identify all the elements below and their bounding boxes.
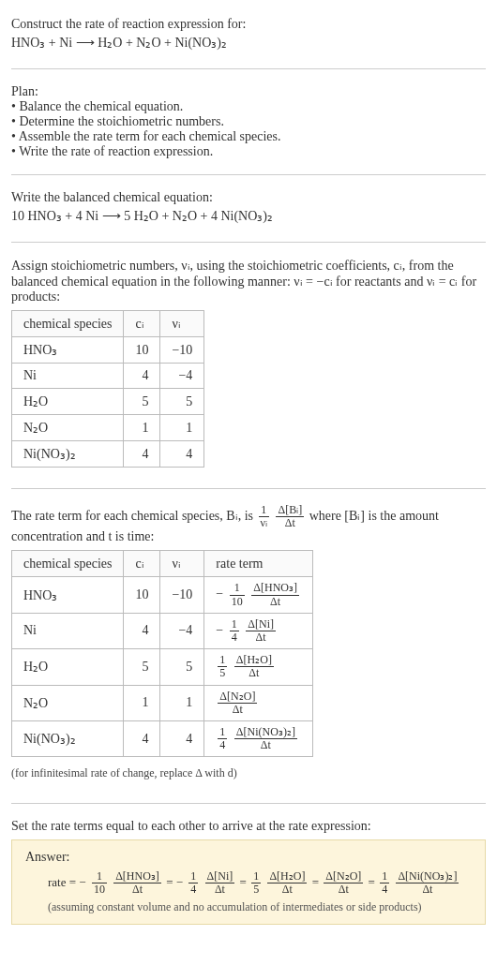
denominator: νᵢ xyxy=(259,517,269,529)
fraction: 15 xyxy=(251,870,261,896)
divider xyxy=(11,242,486,243)
fraction: Δ[H₂O]Δt xyxy=(267,870,307,896)
cell-nui: 1 xyxy=(160,415,204,441)
eq-sign: = xyxy=(166,875,176,889)
plan-item: • Balance the chemical equation. xyxy=(11,99,486,114)
plan-item: • Assemble the rate term for each chemic… xyxy=(11,129,486,144)
eq-sign: = xyxy=(240,875,250,889)
cell-nui: −4 xyxy=(160,364,204,389)
plan-item: • Write the rate of reaction expression. xyxy=(11,144,486,159)
cell-rate: 15 Δ[H₂O]Δt xyxy=(204,649,313,685)
cell-rate: − 110 Δ[HNO₃]Δt xyxy=(204,577,313,613)
fraction: 14 xyxy=(230,618,239,644)
cell-ci: 1 xyxy=(124,415,160,441)
plan-heading: Plan: xyxy=(11,84,486,99)
cell-species: HNO₃ xyxy=(12,337,124,364)
cell-species: HNO₃ xyxy=(12,577,124,613)
fraction: 110 xyxy=(230,582,245,607)
neg-sign: − xyxy=(216,623,223,637)
cell-nui: 5 xyxy=(160,649,204,685)
divider xyxy=(11,803,486,804)
neg-sign: − xyxy=(176,875,183,889)
cell-rate: 14 Δ[Ni(NO₃)₂]Δt xyxy=(204,720,313,756)
plan-block: Plan: • Balance the chemical equation. •… xyxy=(11,77,486,167)
infinitesimal-note: (for infinitesimal rate of change, repla… xyxy=(11,763,486,788)
numerator: 1 xyxy=(259,504,269,517)
fraction: Δ[Ni(NO₃)₂]Δt xyxy=(396,870,459,896)
fraction: Δ[HNO₃]Δt xyxy=(113,870,161,896)
prompt-block: Construct the rate of reaction expressio… xyxy=(11,9,486,61)
assign-block: Assign stoichiometric numbers, νᵢ, using… xyxy=(11,250,486,481)
cell-ci: 10 xyxy=(124,337,160,364)
balanced-block: Write the balanced chemical equation: 10… xyxy=(11,183,486,234)
table-row: H₂O 5 5 15 Δ[H₂O]Δt xyxy=(12,649,313,685)
rate-term-table: chemical species cᵢ νᵢ rate term HNO₃ 10… xyxy=(11,550,313,757)
divider xyxy=(11,174,486,175)
cell-nui: 1 xyxy=(160,685,204,720)
col-species: chemical species xyxy=(12,551,124,577)
fraction: 1νᵢ xyxy=(259,504,269,529)
set-equal-block: Set the rate terms equal to each other t… xyxy=(11,811,486,931)
numerator: Δ[Bᵢ] xyxy=(276,504,304,517)
text: The rate term for each chemical species,… xyxy=(11,509,257,523)
table-row: Ni 4 −4 − 14 Δ[Ni]Δt xyxy=(12,613,313,648)
col-species: chemical species xyxy=(12,311,124,337)
table-row: Ni(NO₃)₂44 xyxy=(12,441,204,468)
fraction: Δ[N₂O]Δt xyxy=(324,870,363,896)
col-rate: rate term xyxy=(204,551,313,577)
cell-species: Ni xyxy=(12,613,124,648)
cell-ci: 4 xyxy=(124,613,160,648)
rate-expression: rate = − 110 Δ[HNO₃]Δt = − 14 Δ[Ni]Δt = … xyxy=(25,870,472,896)
cell-rate: − 14 Δ[Ni]Δt xyxy=(204,613,313,648)
fraction: 15 xyxy=(218,654,227,679)
cell-nui: 5 xyxy=(160,389,204,415)
plan-item: • Determine the stoichiometric numbers. xyxy=(11,114,486,129)
col-nui: νᵢ xyxy=(160,551,204,577)
balanced-heading: Write the balanced chemical equation: xyxy=(11,190,486,205)
fraction: 14 xyxy=(218,726,227,751)
col-nui: νᵢ xyxy=(160,311,204,337)
col-ci: cᵢ xyxy=(124,551,160,577)
fraction: Δ[Ni]Δt xyxy=(205,870,235,896)
unbalanced-equation: HNO₃ + Ni ⟶ H₂O + N₂O + Ni(NO₃)₂ xyxy=(11,32,486,53)
cell-nui: 4 xyxy=(160,441,204,468)
cell-species: Ni(NO₃)₂ xyxy=(12,441,124,468)
cell-nui: 4 xyxy=(160,720,204,756)
cell-species: Ni(NO₃)₂ xyxy=(12,720,124,756)
denominator: Δt xyxy=(276,517,304,529)
fraction: Δ[Ni]Δt xyxy=(246,618,276,644)
table-header: chemical species cᵢ νᵢ xyxy=(12,311,204,337)
fraction: 110 xyxy=(92,870,107,896)
rate-term-block: The rate term for each chemical species,… xyxy=(11,497,486,795)
cell-nui: −10 xyxy=(160,337,204,364)
cell-rate: Δ[N₂O]Δt xyxy=(204,685,313,720)
fraction: Δ[HNO₃]Δt xyxy=(251,582,299,607)
cell-species: H₂O xyxy=(12,649,124,685)
answer-label: Answer: xyxy=(25,850,472,865)
stoich-table: chemical species cᵢ νᵢ HNO₃10−10 Ni4−4 H… xyxy=(11,310,204,468)
cell-species: H₂O xyxy=(12,389,124,415)
eq-sign: = xyxy=(369,875,379,889)
rate-prefix: rate = xyxy=(48,875,79,889)
cell-ci: 10 xyxy=(124,577,160,613)
cell-nui: −10 xyxy=(160,577,204,613)
divider xyxy=(11,68,486,69)
neg-sign: − xyxy=(216,587,223,601)
cell-nui: −4 xyxy=(160,613,204,648)
table-row: HNO₃ 10 −10 − 110 Δ[HNO₃]Δt xyxy=(12,577,313,613)
cell-ci: 5 xyxy=(124,389,160,415)
cell-ci: 4 xyxy=(124,720,160,756)
fraction: Δ[Bᵢ]Δt xyxy=(276,504,304,529)
table-row: N₂O 1 1 Δ[N₂O]Δt xyxy=(12,685,313,720)
answer-note: (assuming constant volume and no accumul… xyxy=(25,897,472,914)
prompt-line: Construct the rate of reaction expressio… xyxy=(11,17,486,32)
table-row: Ni4−4 xyxy=(12,364,204,389)
fraction: Δ[H₂O]Δt xyxy=(234,654,274,679)
fraction: 14 xyxy=(380,870,389,896)
col-ci: cᵢ xyxy=(124,311,160,337)
table-row: N₂O11 xyxy=(12,415,204,441)
table-row: Ni(NO₃)₂ 4 4 14 Δ[Ni(NO₃)₂]Δt xyxy=(12,720,313,756)
fraction: Δ[Ni(NO₃)₂]Δt xyxy=(234,726,297,751)
cell-ci: 1 xyxy=(124,685,160,720)
assign-paragraph: Assign stoichiometric numbers, νᵢ, using… xyxy=(11,258,486,304)
